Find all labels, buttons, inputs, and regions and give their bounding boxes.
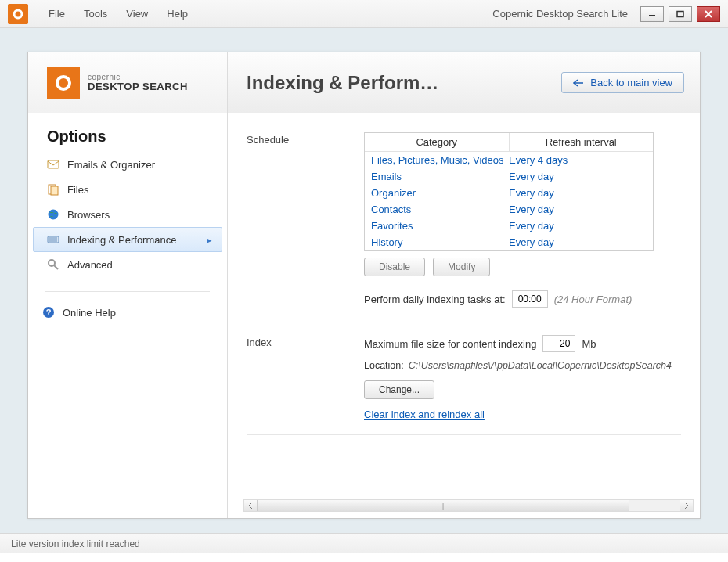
schedule-interval: Every day	[509, 170, 647, 183]
status-bar: Lite version index limit reached	[0, 533, 728, 553]
sidebar-item-label: Emails & Organizer	[67, 159, 155, 171]
maximize-button[interactable]	[669, 6, 692, 22]
scroll-left-button[interactable]	[244, 500, 257, 511]
svg-point-7	[49, 210, 59, 220]
sidebar-item-online-help[interactable]: ? Online Help	[28, 300, 227, 325]
schedule-section: Schedule Category Refresh interval Files…	[247, 132, 681, 322]
schedule-category: Organizer	[371, 186, 509, 200]
options-heading: Options	[28, 113, 227, 152]
svg-rect-2	[677, 11, 683, 16]
schedule-row[interactable]: EmailsEvery day	[365, 168, 653, 185]
top-toolbar: File Tools View Help Copernic Desktop Se…	[0, 0, 728, 28]
schedule-interval: Every day	[509, 236, 647, 249]
daily-indexing-label: Perform daily indexing tasks at:	[364, 294, 506, 305]
wrench-icon	[47, 258, 59, 271]
sidebar-item-label: Advanced	[67, 259, 113, 271]
schedule-category: Files, Pictures, Music, Videos	[371, 153, 509, 167]
svg-rect-6	[51, 186, 58, 195]
svg-point-3	[57, 77, 70, 89]
svg-rect-4	[48, 160, 59, 168]
location-path: C:\Users\snapfiles\AppData\Local\Coperni…	[409, 360, 672, 371]
schedule-category: History	[371, 236, 509, 249]
scroll-track[interactable]: |||	[257, 500, 680, 511]
mail-icon	[47, 158, 59, 171]
schedule-row[interactable]: Files, Pictures, Music, VideosEvery 4 da…	[365, 152, 653, 168]
schedule-table: Category Refresh interval Files, Picture…	[364, 132, 654, 251]
schedule-row[interactable]: FavoritesEvery day	[365, 218, 653, 234]
separator	[45, 291, 210, 292]
schedule-interval: Every 4 days	[509, 153, 647, 167]
horizontal-scrollbar[interactable]: |||	[243, 499, 694, 512]
help-icon: ?	[42, 306, 55, 319]
sidebar-item-label: Files	[67, 184, 88, 196]
nav-list: Emails & OrganizerFilesBrowsersIndexing …	[28, 152, 227, 277]
sidebar-item-emails-organizer[interactable]: Emails & Organizer	[33, 152, 222, 177]
index-section: Index Maximum file size for content inde…	[247, 335, 681, 435]
main: Indexing & Perform… Back to main view Sc…	[228, 52, 700, 518]
menu-tools[interactable]: Tools	[76, 5, 115, 23]
sidebar-item-indexing-performance[interactable]: Indexing & Performance▸	[33, 227, 222, 252]
max-file-size-label: Maximum file size for content indexing	[364, 338, 536, 350]
close-button[interactable]	[697, 6, 720, 22]
max-file-size-unit: Mb	[582, 338, 596, 350]
page-title: Indexing & Perform…	[247, 72, 546, 94]
logo-area: copernic DESKTOP SEARCH	[28, 52, 227, 113]
svg-point-12	[49, 260, 55, 266]
menu-file[interactable]: File	[41, 5, 73, 23]
sidebar-item-files[interactable]: Files	[33, 177, 222, 202]
status-text: Lite version index limit reached	[11, 539, 140, 549]
files-icon	[47, 183, 59, 196]
sidebar-item-browsers[interactable]: Browsers	[33, 202, 222, 227]
svg-line-13	[54, 265, 58, 269]
disable-button[interactable]: Disable	[364, 258, 425, 276]
content-area: SSnapfiles copernic DESKTOP SEARCH Optio…	[0, 28, 728, 533]
minimize-button[interactable]	[640, 6, 664, 22]
back-to-main-button[interactable]: Back to main view	[561, 72, 684, 93]
sidebar-item-label: Indexing & Performance	[67, 234, 176, 246]
globe-icon	[47, 208, 59, 221]
schedule-row[interactable]: OrganizerEvery day	[365, 185, 653, 201]
main-body: Schedule Category Refresh interval Files…	[228, 113, 700, 518]
clear-reindex-link[interactable]: Clear index and reindex all	[364, 409, 485, 420]
index-icon	[47, 233, 59, 246]
menu-view[interactable]: View	[118, 5, 156, 23]
chevron-right-icon: ▸	[207, 234, 212, 246]
svg-point-0	[14, 10, 22, 18]
schedule-table-header: Category Refresh interval	[365, 133, 653, 152]
scroll-thumb[interactable]: |||	[257, 500, 629, 511]
sidebar-item-label: Online Help	[63, 307, 116, 319]
logo-icon	[47, 67, 80, 99]
menu-help[interactable]: Help	[159, 5, 196, 23]
schedule-interval: Every day	[509, 186, 647, 200]
schedule-row[interactable]: ContactsEvery day	[365, 201, 653, 218]
max-file-size-input[interactable]	[542, 335, 575, 352]
scroll-right-button[interactable]	[680, 500, 693, 511]
daily-time-hint: (24 Hour Format)	[554, 294, 632, 305]
back-arrow-icon	[573, 79, 584, 87]
sidebar: copernic DESKTOP SEARCH Options Emails &…	[28, 52, 228, 518]
back-button-label: Back to main view	[590, 77, 672, 88]
app-title: Copernic Desktop Search Lite	[492, 8, 628, 20]
schedule-row[interactable]: HistoryEvery day	[365, 234, 653, 250]
schedule-category: Emails	[371, 170, 509, 183]
svg-text:?: ?	[46, 308, 52, 317]
schedule-interval: Every day	[509, 203, 647, 216]
index-label: Index	[247, 335, 341, 420]
logo-product: DESKTOP SEARCH	[88, 81, 188, 92]
app-logo-icon	[8, 4, 28, 24]
location-label: Location:	[364, 360, 404, 371]
schedule-category: Contacts	[371, 203, 509, 216]
main-header: Indexing & Perform… Back to main view	[228, 52, 700, 113]
col-interval: Refresh interval	[510, 133, 654, 151]
schedule-category: Favorites	[371, 219, 509, 232]
options-panel: copernic DESKTOP SEARCH Options Emails &…	[27, 52, 701, 519]
col-category: Category	[365, 133, 510, 151]
modify-button[interactable]: Modify	[433, 258, 490, 276]
schedule-label: Schedule	[247, 132, 341, 308]
sidebar-item-label: Browsers	[67, 209, 110, 221]
schedule-interval: Every day	[509, 219, 647, 232]
change-location-button[interactable]: Change...	[364, 380, 434, 399]
sidebar-item-advanced[interactable]: Advanced	[33, 252, 222, 277]
daily-time-input[interactable]	[512, 290, 548, 308]
